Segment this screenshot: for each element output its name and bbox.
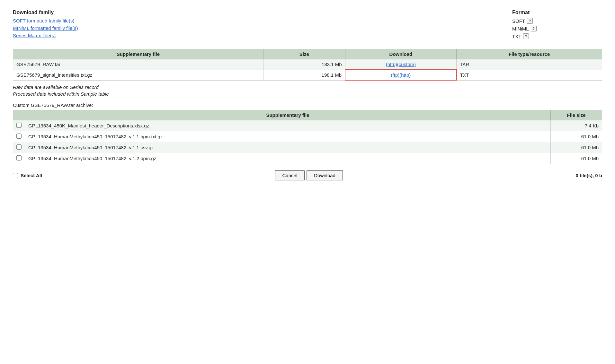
supp-filename: GSE75679_signal_intensities.txt.gz (13, 70, 263, 80)
custom-checkbox-cell (13, 120, 25, 131)
series-matrix-row: Series Matrix File(s) (13, 33, 512, 38)
custom-table-row: GPL13534_HumanMethylation450_15017482_v.… (13, 153, 602, 164)
supp-col-filename: Supplementary file (13, 49, 263, 59)
custom-file-checkbox[interactable] (16, 134, 22, 139)
supplementary-files-table: Supplementary file Size Download File ty… (13, 49, 602, 81)
supp-filetype: TXT (457, 70, 602, 80)
custom-archive-table: Supplementary file File size GPL13534_45… (13, 110, 602, 164)
custom-filename: GPL13534_450K_Manifest_header_Descriptio… (25, 120, 551, 131)
note-processed-data: Processed data included within Sample ta… (13, 91, 602, 97)
supp-download: (http)(custom) (345, 59, 457, 70)
download-family-section: Download family SOFT formatted family fi… (13, 10, 602, 41)
supp-col-filetype: File type/resource (457, 49, 602, 59)
txt-help-icon[interactable]: ? (523, 33, 529, 39)
format-title: Format (512, 10, 602, 15)
soft-link[interactable]: SOFT formatted family file(s) (13, 18, 74, 23)
download-family-right: Format SOFT ? MINiML ? TXT ? (512, 10, 602, 41)
custom-table-row: GPL13534_450K_Manifest_header_Descriptio… (13, 120, 602, 131)
miniml-help-icon[interactable]: ? (531, 26, 537, 31)
supp-download-link[interactable]: (http) (386, 62, 397, 67)
supp-filename: GSE75679_RAW.tar (13, 59, 263, 70)
custom-file-checkbox[interactable] (16, 155, 22, 160)
supp-size: 198.1 Mb (263, 70, 345, 80)
supp-col-size: Size (263, 49, 345, 59)
supp-download-link[interactable]: (custom) (397, 62, 416, 67)
supp-download-link[interactable]: (ftp) (391, 72, 400, 78)
select-all-area: Select All (13, 173, 42, 178)
select-all-label: Select All (21, 173, 42, 178)
custom-col-checkbox (13, 110, 25, 120)
custom-filesize: 61.0 Mb (551, 131, 602, 142)
custom-table-header-row: Supplementary file File size (13, 110, 602, 120)
custom-filename: GPL13534_HumanMethylation450_15017482_v.… (25, 142, 551, 153)
supp-table-header-row: Supplementary file Size Download File ty… (13, 49, 602, 59)
custom-file-checkbox[interactable] (16, 123, 22, 128)
miniml-link[interactable]: MINiML formatted family file(s) (13, 25, 78, 31)
custom-file-checkbox[interactable] (16, 144, 22, 150)
supp-size: 183.1 Mb (263, 59, 345, 70)
custom-col-filesize: File size (551, 110, 602, 120)
soft-help-icon[interactable]: ? (527, 18, 533, 24)
supp-download-link[interactable]: (http) (399, 72, 411, 78)
miniml-format-row: MINiML ? (512, 26, 602, 31)
supp-col-download: Download (345, 49, 457, 59)
download-family-left: Download family SOFT formatted family fi… (13, 10, 512, 41)
file-count: 0 file(s), 0 b (575, 173, 602, 178)
cancel-button[interactable]: Cancel (275, 170, 305, 180)
download-button[interactable]: Download (307, 170, 343, 180)
supp-table-row: GSE75679_RAW.tar183.1 Mb(http)(custom)TA… (13, 59, 602, 70)
miniml-format-label: MINiML (512, 26, 529, 31)
soft-format-label: SOFT (512, 18, 525, 24)
select-all-checkbox[interactable] (13, 173, 18, 178)
supp-filetype: TAR (457, 59, 602, 70)
note-raw-data: Raw data are available on Series record (13, 84, 602, 90)
custom-checkbox-cell (13, 142, 25, 153)
supp-table-row: GSE75679_signal_intensities.txt.gz198.1 … (13, 70, 602, 80)
custom-archive-label: Custom GSE75679_RAW.tar archive: (13, 102, 602, 108)
bottom-bar: Select All Cancel Download 0 file(s), 0 … (13, 170, 602, 180)
miniml-row: MINiML formatted family file(s) (13, 25, 512, 31)
custom-col-filename: Supplementary file (25, 110, 551, 120)
custom-filesize: 61.0 Mb (551, 142, 602, 153)
custom-table-row: GPL13534_HumanMethylation450_15017482_v.… (13, 131, 602, 142)
custom-checkbox-cell (13, 131, 25, 142)
series-matrix-link[interactable]: Series Matrix File(s) (13, 33, 56, 38)
download-family-title: Download family (13, 10, 512, 15)
custom-filesize: 7.4 Kb (551, 120, 602, 131)
soft-format-row: SOFT ? (512, 18, 602, 24)
custom-checkbox-cell (13, 153, 25, 164)
supp-download: (ftp)(http) (345, 70, 457, 80)
custom-filesize: 61.0 Mb (551, 153, 602, 164)
bottom-buttons: Cancel Download (275, 170, 343, 180)
soft-row: SOFT formatted family file(s) (13, 18, 512, 23)
custom-filename: GPL13534_HumanMethylation450_15017482_v.… (25, 153, 551, 164)
custom-table-row: GPL13534_HumanMethylation450_15017482_v.… (13, 142, 602, 153)
txt-format-label: TXT (512, 34, 521, 39)
txt-format-row: TXT ? (512, 33, 602, 39)
custom-filename: GPL13534_HumanMethylation450_15017482_v.… (25, 131, 551, 142)
